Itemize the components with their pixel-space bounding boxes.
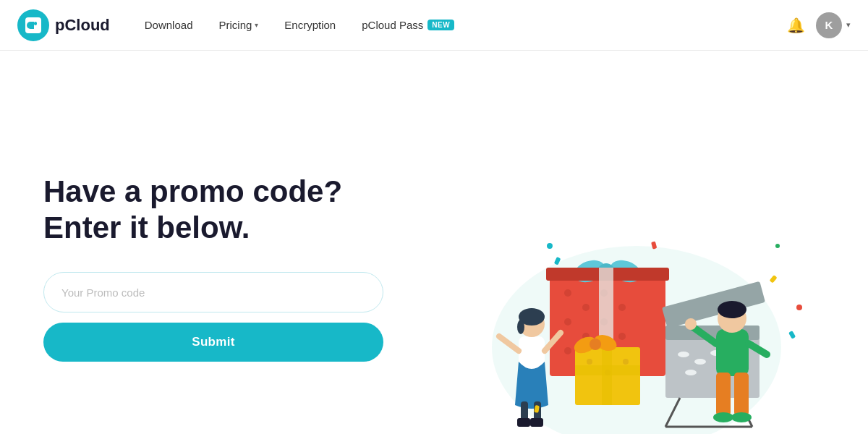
illustration-svg <box>434 130 810 434</box>
svg-rect-27 <box>602 347 612 405</box>
svg-point-60 <box>713 412 733 422</box>
promo-code-input[interactable] <box>43 272 383 312</box>
svg-point-10 <box>618 304 626 311</box>
svg-point-71 <box>547 243 553 249</box>
svg-point-7 <box>564 289 571 297</box>
logo-text: pCloud <box>55 16 110 35</box>
svg-point-57 <box>718 301 746 318</box>
svg-point-31 <box>590 339 601 350</box>
svg-point-24 <box>587 359 592 365</box>
promo-heading: Have a promo code? Enter it below. <box>43 174 420 247</box>
svg-point-34 <box>678 352 689 357</box>
svg-rect-51 <box>517 418 530 427</box>
svg-point-38 <box>685 370 697 375</box>
svg-rect-4 <box>34 22 37 25</box>
gift-illustration <box>434 130 810 434</box>
svg-rect-52 <box>530 418 543 427</box>
svg-point-26 <box>623 359 629 365</box>
svg-point-70 <box>796 305 802 310</box>
illustration-section <box>420 94 825 434</box>
svg-rect-28 <box>575 365 640 375</box>
nav-pcloud-pass[interactable]: pCloud Pass NEW <box>350 13 466 37</box>
nav-download[interactable]: Download <box>133 13 205 37</box>
submit-button[interactable]: Submit <box>43 323 383 362</box>
svg-rect-55 <box>716 329 749 376</box>
svg-rect-22 <box>599 268 613 281</box>
nav-links: Download Pricing ▾ Encryption pCloud Pas… <box>133 13 784 37</box>
navbar: pCloud Download Pricing ▾ Encryption pCl… <box>0 0 868 51</box>
promo-section: Have a promo code? Enter it below. Submi… <box>43 166 420 362</box>
svg-rect-3 <box>30 22 34 29</box>
avatar: K <box>816 12 842 38</box>
user-avatar-area[interactable]: K ▾ <box>816 12 851 38</box>
avatar-chevron-icon: ▾ <box>846 20 851 30</box>
nav-encryption[interactable]: Encryption <box>273 13 347 37</box>
nav-right: 🔔 K ▾ <box>784 12 851 38</box>
svg-rect-58 <box>716 373 731 416</box>
nav-pricing[interactable]: Pricing ▾ <box>207 13 270 37</box>
svg-rect-67 <box>770 275 778 284</box>
svg-point-15 <box>564 347 571 354</box>
svg-point-64 <box>685 318 697 330</box>
svg-point-61 <box>731 412 752 422</box>
svg-point-35 <box>694 359 706 365</box>
svg-rect-59 <box>734 373 749 416</box>
pricing-chevron-icon: ▾ <box>255 21 258 29</box>
logo-link[interactable]: pCloud <box>17 9 110 41</box>
svg-point-11 <box>564 318 571 326</box>
svg-point-8 <box>582 304 590 311</box>
svg-rect-68 <box>788 331 796 339</box>
svg-point-72 <box>775 244 780 248</box>
svg-point-14 <box>618 333 626 340</box>
pcloud-logo-icon <box>17 9 49 41</box>
bell-icon[interactable]: 🔔 <box>784 14 807 37</box>
new-badge: NEW <box>427 20 454 30</box>
main-content: Have a promo code? Enter it below. Submi… <box>0 51 868 434</box>
svg-point-48 <box>517 320 524 334</box>
